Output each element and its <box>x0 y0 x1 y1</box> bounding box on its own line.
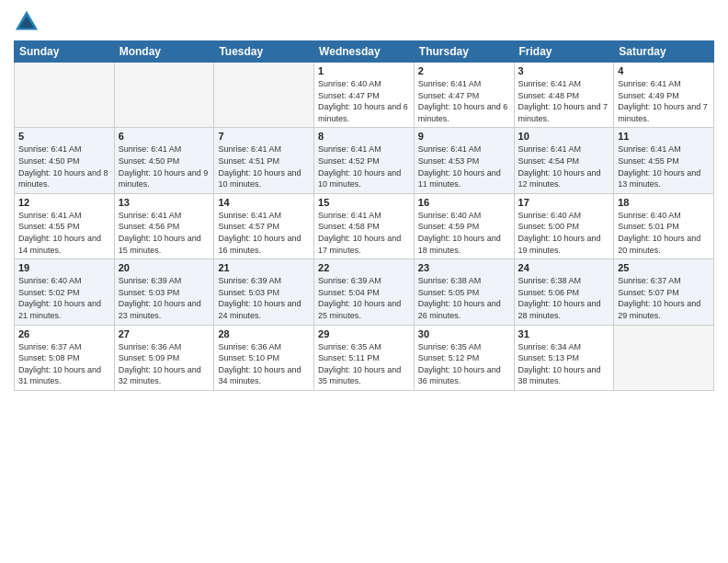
sunrise-text: Sunrise: 6:40 AM <box>18 276 82 285</box>
sunset-text: Sunset: 5:04 PM <box>318 288 380 297</box>
sunrise-text: Sunrise: 6:37 AM <box>618 276 681 285</box>
daylight-text: Daylight: 10 hours and 29 minutes. <box>618 299 700 320</box>
calendar-cell: 9Sunrise: 6:41 AMSunset: 4:53 PMDaylight… <box>414 128 514 193</box>
calendar-cell: 5Sunrise: 6:41 AMSunset: 4:50 PMDaylight… <box>15 128 115 193</box>
day-number: 10 <box>518 131 610 142</box>
sunset-text: Sunset: 4:48 PM <box>518 91 580 100</box>
calendar-cell: 25Sunrise: 6:37 AMSunset: 5:07 PMDayligh… <box>614 259 714 325</box>
calendar-cell <box>214 63 314 128</box>
calendar-week-row: 19Sunrise: 6:40 AMSunset: 5:02 PMDayligh… <box>15 259 714 325</box>
day-info: Sunrise: 6:39 AMSunset: 5:04 PMDaylight:… <box>318 275 410 321</box>
day-info: Sunrise: 6:34 AMSunset: 5:13 PMDaylight:… <box>518 341 610 387</box>
day-info: Sunrise: 6:41 AMSunset: 4:47 PMDaylight:… <box>418 78 510 124</box>
sunset-text: Sunset: 4:52 PM <box>318 156 380 166</box>
day-number: 29 <box>318 328 410 339</box>
day-number: 18 <box>618 197 710 208</box>
sunrise-text: Sunrise: 6:40 AM <box>518 211 582 220</box>
sunset-text: Sunset: 5:10 PM <box>218 353 279 362</box>
daylight-text: Daylight: 10 hours and 19 minutes. <box>518 234 601 255</box>
daylight-text: Daylight: 10 hours and 18 minutes. <box>418 234 501 255</box>
day-number: 25 <box>618 262 710 273</box>
sunrise-text: Sunrise: 6:41 AM <box>218 144 281 154</box>
calendar-cell: 16Sunrise: 6:40 AMSunset: 4:59 PMDayligh… <box>414 193 514 259</box>
day-number: 30 <box>418 328 510 339</box>
sunset-text: Sunset: 5:03 PM <box>218 288 279 297</box>
day-info: Sunrise: 6:37 AMSunset: 5:07 PMDaylight:… <box>618 275 710 321</box>
calendar-cell: 29Sunrise: 6:35 AMSunset: 5:11 PMDayligh… <box>314 325 415 390</box>
sunrise-text: Sunrise: 6:41 AM <box>518 144 582 154</box>
header <box>14 9 714 35</box>
day-number: 26 <box>18 328 110 339</box>
calendar-cell: 11Sunrise: 6:41 AMSunset: 4:55 PMDayligh… <box>614 128 714 193</box>
daylight-text: Daylight: 10 hours and 7 minutes. <box>618 102 708 123</box>
day-number: 17 <box>518 197 610 208</box>
sunset-text: Sunset: 4:59 PM <box>418 222 480 231</box>
sunrise-text: Sunrise: 6:41 AM <box>218 211 281 220</box>
sunrise-text: Sunrise: 6:41 AM <box>119 211 182 220</box>
sunrise-text: Sunrise: 6:39 AM <box>318 276 381 285</box>
sunset-text: Sunset: 4:55 PM <box>18 222 80 231</box>
calendar-cell: 15Sunrise: 6:41 AMSunset: 4:58 PMDayligh… <box>314 193 415 259</box>
sunrise-text: Sunrise: 6:41 AM <box>418 79 482 88</box>
daylight-text: Daylight: 10 hours and 11 minutes. <box>418 168 501 190</box>
weekday-header: Tuesday <box>214 41 314 63</box>
sunset-text: Sunset: 5:06 PM <box>518 288 580 297</box>
calendar-cell: 23Sunrise: 6:38 AMSunset: 5:05 PMDayligh… <box>414 259 514 325</box>
day-number: 23 <box>418 262 510 273</box>
calendar-week-row: 12Sunrise: 6:41 AMSunset: 4:55 PMDayligh… <box>15 193 714 259</box>
calendar-week-row: 26Sunrise: 6:37 AMSunset: 5:08 PMDayligh… <box>15 325 714 390</box>
day-info: Sunrise: 6:37 AMSunset: 5:08 PMDaylight:… <box>18 341 110 387</box>
sunset-text: Sunset: 4:53 PM <box>418 156 480 166</box>
day-info: Sunrise: 6:36 AMSunset: 5:10 PMDaylight:… <box>218 341 310 387</box>
calendar-cell: 26Sunrise: 6:37 AMSunset: 5:08 PMDayligh… <box>15 325 115 390</box>
day-number: 3 <box>518 65 610 76</box>
sunset-text: Sunset: 5:12 PM <box>418 353 480 362</box>
sunset-text: Sunset: 5:02 PM <box>18 288 80 297</box>
weekday-header: Friday <box>514 41 614 63</box>
daylight-text: Daylight: 10 hours and 36 minutes. <box>418 365 501 386</box>
day-number: 9 <box>418 131 510 142</box>
day-number: 20 <box>119 262 210 273</box>
daylight-text: Daylight: 10 hours and 9 minutes. <box>119 168 209 190</box>
daylight-text: Daylight: 10 hours and 14 minutes. <box>18 234 101 255</box>
calendar-cell: 2Sunrise: 6:41 AMSunset: 4:47 PMDaylight… <box>414 63 514 128</box>
daylight-text: Daylight: 10 hours and 26 minutes. <box>418 299 501 320</box>
sunrise-text: Sunrise: 6:40 AM <box>418 211 482 220</box>
sunset-text: Sunset: 5:13 PM <box>518 353 580 362</box>
day-info: Sunrise: 6:35 AMSunset: 5:12 PMDaylight:… <box>418 341 510 387</box>
sunset-text: Sunset: 5:07 PM <box>618 288 679 297</box>
sunrise-text: Sunrise: 6:37 AM <box>18 342 82 351</box>
sunrise-text: Sunrise: 6:38 AM <box>518 276 582 285</box>
calendar-cell: 4Sunrise: 6:41 AMSunset: 4:49 PMDaylight… <box>614 63 714 128</box>
sunrise-text: Sunrise: 6:38 AM <box>418 276 482 285</box>
daylight-text: Daylight: 10 hours and 21 minutes. <box>18 299 101 320</box>
calendar-cell: 12Sunrise: 6:41 AMSunset: 4:55 PMDayligh… <box>15 193 115 259</box>
sunset-text: Sunset: 4:47 PM <box>318 91 380 100</box>
daylight-text: Daylight: 10 hours and 20 minutes. <box>618 234 700 255</box>
day-info: Sunrise: 6:41 AMSunset: 4:57 PMDaylight:… <box>218 210 310 256</box>
sunrise-text: Sunrise: 6:41 AM <box>318 144 381 154</box>
day-number: 8 <box>318 131 410 142</box>
day-number: 16 <box>418 197 510 208</box>
calendar-cell: 21Sunrise: 6:39 AMSunset: 5:03 PMDayligh… <box>214 259 314 325</box>
weekday-header-row: SundayMondayTuesdayWednesdayThursdayFrid… <box>15 41 714 63</box>
daylight-text: Daylight: 10 hours and 32 minutes. <box>119 365 201 386</box>
sunset-text: Sunset: 4:55 PM <box>618 156 679 166</box>
calendar-week-row: 1Sunrise: 6:40 AMSunset: 4:47 PMDaylight… <box>15 63 714 128</box>
calendar-cell: 27Sunrise: 6:36 AMSunset: 5:09 PMDayligh… <box>114 325 214 390</box>
calendar-cell: 28Sunrise: 6:36 AMSunset: 5:10 PMDayligh… <box>214 325 314 390</box>
daylight-text: Daylight: 10 hours and 28 minutes. <box>518 299 601 320</box>
weekday-header: Saturday <box>614 41 714 63</box>
calendar-cell: 13Sunrise: 6:41 AMSunset: 4:56 PMDayligh… <box>114 193 214 259</box>
daylight-text: Daylight: 10 hours and 31 minutes. <box>18 365 101 386</box>
day-number: 19 <box>18 262 110 273</box>
calendar-cell: 17Sunrise: 6:40 AMSunset: 5:00 PMDayligh… <box>514 193 614 259</box>
day-info: Sunrise: 6:35 AMSunset: 5:11 PMDaylight:… <box>318 341 410 387</box>
day-info: Sunrise: 6:41 AMSunset: 4:48 PMDaylight:… <box>518 78 610 124</box>
sunset-text: Sunset: 4:50 PM <box>18 156 80 166</box>
day-info: Sunrise: 6:41 AMSunset: 4:51 PMDaylight:… <box>218 144 310 190</box>
daylight-text: Daylight: 10 hours and 7 minutes. <box>518 102 609 123</box>
day-info: Sunrise: 6:41 AMSunset: 4:54 PMDaylight:… <box>518 144 610 190</box>
sunset-text: Sunset: 4:56 PM <box>119 222 180 231</box>
weekday-header: Wednesday <box>314 41 415 63</box>
